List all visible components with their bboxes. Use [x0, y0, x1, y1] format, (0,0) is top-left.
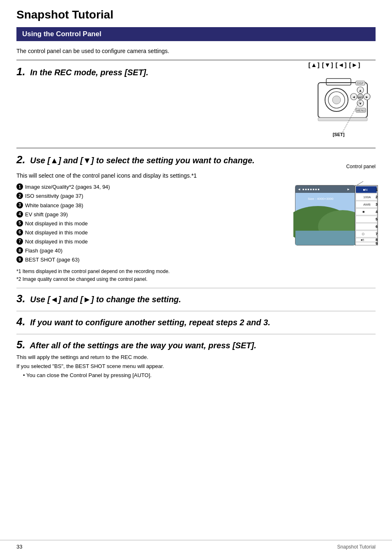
item-text: ISO sensitivity (page 37): [25, 192, 83, 201]
list-item: 4EV shift (page 39): [16, 210, 285, 219]
svg-text:7: 7: [376, 232, 378, 236]
footer-label: Snapshot Tutorial: [337, 544, 376, 550]
item-number: 6: [16, 229, 23, 236]
page-title: Snapshot Tutorial: [16, 8, 376, 21]
list-item: 2ISO sensitivity (page 37): [16, 192, 285, 201]
item-number: 8: [16, 247, 23, 254]
svg-text:9: 9: [376, 241, 378, 245]
item-text: White balance (page 38): [25, 201, 83, 210]
item-text: BEST SHOT (page 63): [25, 255, 79, 264]
item-number: 9: [16, 256, 23, 263]
camera-illustration: ▲ ▼ ◄ ► SET: [293, 74, 376, 144]
item-text: Not displayed in this mode: [25, 237, 88, 246]
svg-text:⊙: ⊙: [362, 232, 365, 236]
svg-text:►: ►: [347, 188, 350, 191]
step-2-desc: This will select one of the control pane…: [16, 171, 285, 180]
step-4-heading: 4. If you want to configure another sett…: [16, 315, 376, 328]
control-panel-image: ◄ ■ ■ ■ ■ ■ ■ ■ ► Size : 4000×3000 ■N: [293, 179, 376, 245]
svg-text:▲: ▲: [359, 88, 362, 93]
item-text: Flash (page 40): [25, 246, 62, 255]
item-text: Not displayed in this mode: [25, 228, 88, 237]
item-number: 2: [16, 192, 23, 199]
step-2-left: This will select one of the control pane…: [16, 171, 285, 284]
svg-text:■N: ■N: [363, 188, 368, 192]
list-item: 7Not displayed in this mode: [16, 237, 285, 246]
item-text: Image size/Quality*2 (pages 34, 94): [25, 183, 110, 192]
svg-text:100A: 100A: [363, 195, 371, 199]
svg-rect-1: [326, 79, 351, 85]
list-item: 1Image size/Quality*2 (pages 34, 94): [16, 183, 285, 192]
list-item: 3White balance (page 38): [16, 201, 285, 210]
svg-text:■: ■: [362, 210, 364, 214]
svg-text:■ ■ ■ ■ ■ ■ ■: ■ ■ ■ ■ ■ ■ ■: [302, 188, 319, 191]
svg-rect-43: [356, 208, 377, 215]
svg-line-58: [357, 181, 363, 185]
list-item: 9BEST SHOT (page 63): [16, 255, 285, 264]
item-number: 1: [16, 183, 23, 190]
item-number: 7: [16, 238, 23, 245]
item-text: EV shift (page 39): [25, 210, 68, 219]
svg-text:4: 4: [376, 210, 378, 214]
step-1-right: [▲] [▼] [◄] [►]: [293, 61, 376, 144]
section-header: Using the Control Panel: [16, 27, 376, 41]
page-number: 33: [16, 544, 22, 550]
item-number: 4: [16, 211, 23, 218]
svg-text:SET: SET: [358, 96, 363, 99]
svg-rect-46: [356, 216, 377, 222]
svg-text:AWB: AWB: [363, 203, 371, 206]
step-2-footnotes: *1 Items displayed in the control panel …: [16, 268, 285, 283]
step-4: 4. If you want to configure another sett…: [16, 311, 376, 334]
svg-text:◄: ◄: [297, 188, 301, 191]
step-2: 2. Use [▲] and [▼] to select the setting…: [16, 148, 376, 288]
page: Snapshot Tutorial Using the Control Pane…: [0, 0, 392, 558]
svg-text:6: 6: [376, 225, 378, 229]
svg-text:1: 1: [376, 188, 378, 192]
svg-text:[SET]: [SET]: [333, 132, 345, 137]
step-3-heading: 3. Use [◄] and [►] to change the setting…: [16, 292, 376, 305]
step-2-list: 1Image size/Quality*2 (pages 34, 94)2ISO…: [16, 183, 285, 264]
list-item: 8Flash (page 40): [16, 246, 285, 255]
step-2-right: Control panel: [293, 171, 376, 245]
nav-keys-label: [▲] [▼] [◄] [►]: [309, 61, 361, 68]
list-item: 6Not displayed in this mode: [16, 228, 285, 237]
svg-text:3: 3: [376, 202, 378, 206]
svg-line-20: [343, 100, 360, 132]
item-number: 5: [16, 220, 23, 227]
svg-text:◄: ◄: [352, 95, 356, 99]
step-1-heading: 1. In the REC mode, press [SET].: [16, 65, 285, 78]
svg-text:DISP: DISP: [357, 82, 364, 85]
page-footer: 33 Snapshot Tutorial: [0, 540, 392, 550]
svg-rect-27: [295, 231, 355, 245]
step-2-heading: 2. Use [▲] and [▼] to select the setting…: [16, 153, 376, 166]
svg-rect-50: [356, 231, 377, 237]
svg-point-4: [332, 96, 341, 104]
svg-rect-56: [356, 242, 377, 245]
item-text: Not displayed in this mode: [25, 219, 88, 228]
intro-text: The control panel can be used to configu…: [16, 47, 376, 56]
svg-rect-53: [356, 238, 377, 242]
step-5-content: This will apply the settings and return …: [16, 353, 376, 380]
list-item: 5Not displayed in this mode: [16, 219, 285, 228]
step-3: 3. Use [◄] and [►] to change the setting…: [16, 288, 376, 311]
step-5-heading: 5. After all of the settings are the way…: [16, 338, 376, 351]
step-1: 1. In the REC mode, press [SET]. [▲] [▼]…: [16, 60, 376, 144]
svg-text:MENU: MENU: [357, 109, 365, 112]
control-panel-label: Control panel: [346, 164, 376, 169]
svg-text:■5: ■5: [361, 238, 364, 241]
item-number: 3: [16, 202, 23, 208]
svg-text:Size : 4000×3000: Size : 4000×3000: [308, 197, 334, 201]
step-5: 5. After all of the settings are the way…: [16, 334, 376, 384]
svg-rect-19: [318, 118, 367, 121]
svg-text:►: ►: [365, 95, 369, 99]
svg-text:5: 5: [376, 217, 378, 221]
svg-text:2: 2: [376, 195, 378, 199]
svg-rect-48: [356, 223, 377, 230]
